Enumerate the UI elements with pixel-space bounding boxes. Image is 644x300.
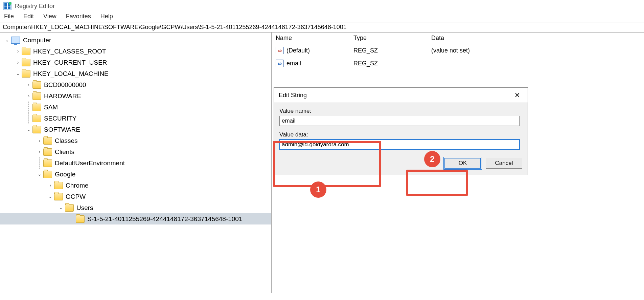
tree-node-classes[interactable]: › Classes: [0, 135, 271, 146]
tree-node-due[interactable]: DefaultUserEnvironment: [0, 157, 271, 169]
tree-label: Users: [76, 202, 93, 213]
chevron-right-icon[interactable]: ›: [14, 46, 22, 57]
tree-node-software[interactable]: ⌄ SOFTWARE: [0, 124, 271, 135]
chevron-down-icon[interactable]: ⌄: [14, 68, 22, 79]
folder-icon: [43, 148, 52, 156]
value-name-input[interactable]: [279, 116, 520, 126]
tree-label: GCPW: [66, 191, 86, 202]
registry-editor-window: Registry Editor File Edit View Favorites…: [0, 0, 644, 300]
tree-line: [68, 213, 76, 224]
tree-node-hklm[interactable]: ⌄ HKEY_LOCAL_MACHINE: [0, 68, 271, 79]
value-row-default[interactable]: ab (Default) REG_SZ (value not set): [272, 44, 644, 57]
chevron-down-icon[interactable]: ⌄: [3, 35, 11, 46]
menu-bar: File Edit View Favorites Help: [0, 12, 644, 22]
tree-label: HKEY_CURRENT_USER: [33, 57, 107, 68]
edit-string-dialog: Edit String ✕ Value name: Value data: OK…: [274, 87, 528, 175]
tree-label: BCD00000000: [44, 79, 86, 90]
col-name[interactable]: Name: [276, 35, 353, 42]
chevron-down-icon[interactable]: ⌄: [58, 202, 65, 213]
folder-icon: [76, 215, 85, 223]
tree-label: HARDWARE: [44, 90, 81, 102]
folder-icon: [43, 171, 52, 178]
ok-button[interactable]: OK: [444, 158, 481, 169]
tree-node-chrome[interactable]: › Chrome: [0, 180, 271, 191]
value-type: REG_SZ: [353, 60, 431, 67]
column-headers: Name Type Data: [272, 33, 644, 44]
tree-label: DefaultUserEnvironment: [55, 157, 125, 169]
tree-node-hkcr[interactable]: › HKEY_CLASSES_ROOT: [0, 46, 271, 57]
close-icon[interactable]: ✕: [512, 90, 523, 100]
tree-node-google[interactable]: ⌄ Google: [0, 169, 271, 180]
folder-icon: [22, 59, 30, 66]
tree-node-computer[interactable]: ⌄ Computer: [0, 35, 271, 46]
menu-favorites[interactable]: Favorites: [66, 13, 91, 20]
tree-line: [25, 113, 32, 124]
chevron-down-icon[interactable]: ⌄: [47, 191, 54, 202]
folder-icon: [54, 182, 63, 189]
tree-label: HKEY_CLASSES_ROOT: [33, 46, 106, 57]
value-row-email[interactable]: ab email REG_SZ: [272, 57, 644, 70]
chevron-right-icon[interactable]: ›: [25, 79, 32, 90]
col-data[interactable]: Data: [431, 35, 644, 42]
tree-node-users[interactable]: ⌄ Users: [0, 202, 271, 213]
dialog-body: Value name: Value data: OK Cancel: [274, 103, 528, 175]
folder-icon: [32, 115, 41, 122]
folder-icon: [32, 81, 41, 89]
svg-point-5: [9, 2, 12, 5]
folder-icon: [22, 48, 30, 55]
tree-node-security[interactable]: SECURITY: [0, 113, 271, 124]
value-name: email: [286, 60, 301, 67]
svg-rect-4: [8, 6, 10, 9]
folder-icon: [32, 92, 41, 100]
chevron-right-icon[interactable]: ›: [14, 57, 22, 68]
address-bar[interactable]: Computer\HKEY_LOCAL_MACHINE\SOFTWARE\Goo…: [0, 22, 644, 33]
value-list-pane: Name Type Data ab (Default) REG_SZ (valu…: [272, 33, 644, 293]
svg-rect-1: [4, 3, 7, 6]
chevron-down-icon[interactable]: ⌄: [25, 124, 32, 135]
split-pane: ⌄ Computer › HKEY_CLASSES_ROOT › HKEY_CU…: [0, 33, 644, 293]
tree-node-bcd[interactable]: › BCD00000000: [0, 79, 271, 90]
menu-edit[interactable]: Edit: [23, 13, 34, 20]
dialog-title-bar[interactable]: Edit String ✕: [274, 88, 528, 103]
title-bar: Registry Editor: [0, 0, 644, 12]
menu-help[interactable]: Help: [100, 13, 113, 20]
tree-node-hkcu[interactable]: › HKEY_CURRENT_USER: [0, 57, 271, 68]
annotation-badge-1: 1: [310, 181, 326, 198]
tree-node-clients[interactable]: › Clients: [0, 146, 271, 157]
regedit-icon: [3, 2, 12, 10]
dialog-title: Edit String: [279, 92, 307, 99]
cancel-button[interactable]: Cancel: [486, 158, 522, 169]
chevron-right-icon[interactable]: ›: [47, 180, 54, 191]
col-type[interactable]: Type: [353, 35, 431, 42]
tree-label: SOFTWARE: [44, 124, 80, 135]
tree-label: Computer: [23, 35, 51, 46]
tree-label: Clients: [55, 146, 74, 157]
tree-node-sam[interactable]: SAM: [0, 102, 271, 113]
menu-view[interactable]: View: [43, 13, 56, 20]
tree-label: SECURITY: [44, 113, 76, 124]
svg-rect-3: [4, 6, 7, 9]
tree-line: [25, 102, 32, 113]
folder-icon: [32, 104, 41, 111]
value-data-input[interactable]: [279, 140, 520, 150]
tree-node-gcpw[interactable]: ⌄ GCPW: [0, 191, 271, 202]
chevron-right-icon[interactable]: ›: [36, 135, 43, 146]
tree-line: [36, 157, 43, 169]
value-name: (Default): [286, 47, 310, 54]
chevron-right-icon[interactable]: ›: [25, 90, 32, 102]
folder-icon: [65, 204, 74, 212]
registry-tree[interactable]: ⌄ Computer › HKEY_CLASSES_ROOT › HKEY_CU…: [0, 33, 272, 293]
value-data-label: Value data:: [279, 131, 522, 138]
tree-label: S-1-5-21-4011255269-4244148172-363714564…: [87, 213, 243, 224]
chevron-down-icon[interactable]: ⌄: [36, 169, 43, 180]
folder-icon: [43, 159, 52, 167]
tree-node-sid-selected[interactable]: S-1-5-21-4011255269-4244148172-363714564…: [0, 213, 271, 224]
tree-label: Google: [55, 169, 75, 180]
folder-icon: [32, 126, 41, 133]
tree-label: SAM: [44, 102, 58, 113]
computer-icon: [11, 37, 20, 44]
tree-node-hardware[interactable]: › HARDWARE: [0, 90, 271, 102]
dialog-buttons: OK Cancel: [279, 158, 522, 169]
menu-file[interactable]: File: [4, 13, 14, 20]
chevron-right-icon[interactable]: ›: [36, 146, 43, 157]
